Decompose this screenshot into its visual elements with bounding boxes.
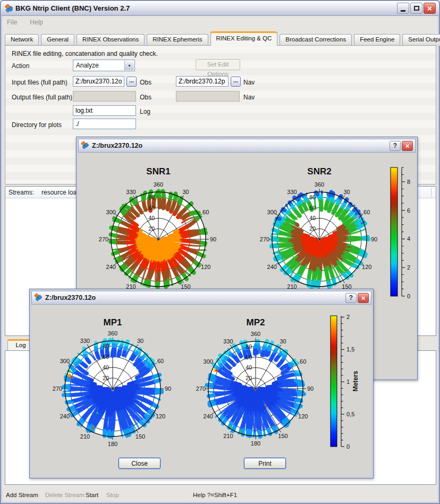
obs-label-input: Obs [140,79,151,86]
minimize-button[interactable] [397,3,409,14]
input-obs-field[interactable] [73,76,124,87]
tab-rinex-observations[interactable]: RINEX Observations [77,34,145,46]
help-button[interactable]: ? [390,141,401,151]
print-plot-button[interactable]: Print [244,458,286,469]
svg-text:30: 30 [280,338,286,345]
svg-text:60: 60 [202,209,209,215]
svg-text:270: 270 [53,385,62,392]
svg-text:360: 360 [108,330,117,337]
svg-text:330: 330 [223,338,233,345]
tab-bar: NetworkGeneralRINEX ObservationsRINEX Ep… [5,31,436,46]
close-icon[interactable]: × [358,293,369,303]
tab-rinex-ephemeris[interactable]: RINEX Ephemeris [147,34,208,46]
input-files-label: Input files (full path) [12,79,67,86]
menu-file[interactable]: File [7,19,17,26]
chevron-down-icon[interactable]: ▼ [124,61,134,70]
svg-text:270: 270 [196,385,206,392]
svg-text:40: 40 [103,364,109,371]
svg-text:360: 360 [251,331,260,337]
set-edit-options-button: Set Edit Options [196,59,240,70]
streams-column-header: resource load [41,189,80,196]
svg-text:20: 20 [148,225,155,232]
streams-column-divider [431,188,431,197]
tab-feed-engine[interactable]: Feed Engine [354,34,400,46]
bnc-app-icon [4,4,13,13]
svg-text:330: 330 [287,189,297,195]
svg-text:90: 90 [307,385,314,392]
tab-serial-output[interactable]: Serial Output [402,34,440,46]
svg-text:120: 120 [156,413,165,419]
help-button[interactable]: ? [345,293,357,303]
log-file-field[interactable] [73,105,136,116]
output-nav-field [176,91,240,102]
svg-text:2: 2 [346,314,350,320]
svg-text:60: 60 [300,358,306,365]
svg-text:20: 20 [103,375,109,381]
tab-general[interactable]: General [41,34,74,46]
tab-network[interactable]: Network [5,34,39,46]
plots-dir-field[interactable] [73,119,136,129]
maximize-button[interactable] [410,3,422,14]
svg-text:60: 60 [148,205,155,211]
svg-text:4: 4 [407,236,410,242]
svg-text:SNR2: SNR2 [307,166,331,177]
close-plot-button[interactable]: Close [119,458,160,469]
svg-text:270: 270 [260,236,269,242]
action-select[interactable]: Analyze ▼ [73,60,135,71]
log-label: Log [140,108,150,115]
svg-text:80: 80 [309,194,316,200]
svg-text:20: 20 [246,375,252,381]
close-icon[interactable]: × [402,141,413,151]
action-value: Analyze [76,62,99,69]
svg-text:360: 360 [315,181,324,188]
main-titlebar[interactable]: BKG Ntrip Client (BNC) Version 2.7 × [1,1,439,16]
svg-text:60: 60 [363,209,370,215]
action-stop: Stop [106,492,119,498]
svg-text:120: 120 [362,264,371,270]
browse-obs-button[interactable]: ... [126,77,137,87]
nav-label-input: Nav [243,79,255,86]
menu-help[interactable]: Help [30,19,43,26]
minimize-icon [401,10,405,12]
close-icon: × [427,4,432,12]
svg-text:120: 120 [201,264,210,270]
action-label: Action [12,62,29,70]
svg-text:20: 20 [309,225,316,232]
svg-text:360: 360 [154,181,163,188]
action-start[interactable]: Start [86,492,98,498]
svg-text:300: 300 [204,358,213,365]
svg-text:330: 330 [126,189,136,195]
svg-text:90: 90 [210,236,216,242]
help-hint: Help ?=Shift+F1 [193,492,237,498]
svg-text:MP1: MP1 [104,317,122,327]
svg-text:90: 90 [165,385,171,392]
mp-plot-dialog: Z:/brux2370.12o ? × 80604020360306090120… [29,289,374,478]
output-obs-field [73,91,136,102]
svg-text:30: 30 [182,189,189,195]
mp-dialog-titlebar[interactable]: Z:/brux2370.12o ? × [31,291,371,305]
svg-text:300: 300 [267,209,277,215]
svg-text:240: 240 [106,264,116,270]
input-nav-field[interactable] [176,76,229,87]
svg-text:150: 150 [136,433,145,440]
svg-text:300: 300 [60,358,70,364]
browse-nav-button[interactable]: ... [231,77,241,87]
svg-text:1,5: 1,5 [346,346,354,352]
svg-text:40: 40 [309,215,316,221]
tab-rinex-editing-qc[interactable]: RINEX Editing & QC [210,31,278,46]
svg-text:80: 80 [148,194,155,200]
svg-text:240: 240 [204,413,213,419]
action-add-stream[interactable]: Add Stream [6,492,38,498]
bnc-dialog-icon [81,141,89,150]
close-button[interactable]: × [424,3,436,14]
svg-text:60: 60 [157,358,164,364]
mp-plot-canvas: 8060402036030609012015018021024027030033… [32,305,371,476]
svg-text:60: 60 [246,354,252,360]
plots-dir-label: Directory for plots [12,121,62,129]
svg-text:300: 300 [106,209,116,215]
tab-broadcast-corrections[interactable]: Broadcast Corrections [280,34,352,46]
snr-dialog-titlebar[interactable]: Z:/brux2370.12o ? × [78,139,416,153]
svg-text:1: 1 [346,379,350,385]
app-stage: BKG Ntrip Client (BNC) Version 2.7 × Fil… [0,0,440,504]
svg-text:8: 8 [407,179,410,185]
